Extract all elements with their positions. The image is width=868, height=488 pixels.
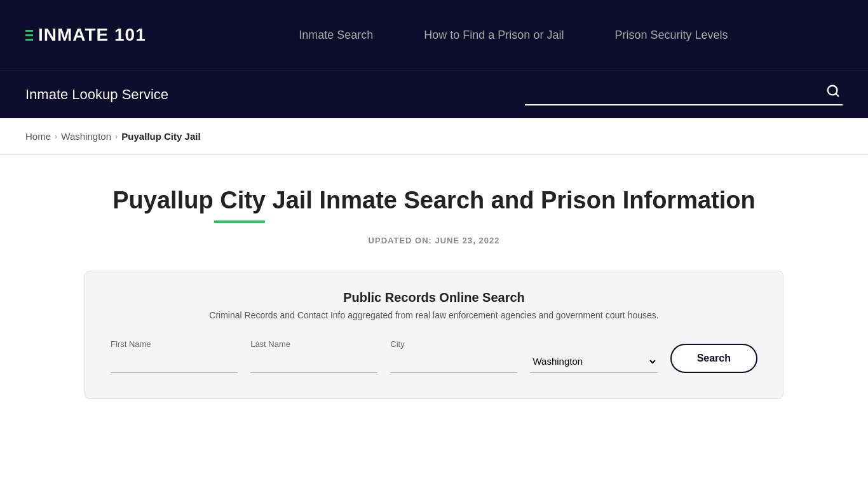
search-form-title: Public Records Online Search — [111, 290, 757, 305]
breadcrumb-state[interactable]: Washington — [61, 131, 111, 142]
lookup-search-input[interactable] — [525, 83, 824, 102]
breadcrumb: Home › Washington › Puyallup City Jail — [0, 118, 868, 155]
logo[interactable]: INMATE 101 — [25, 25, 146, 45]
first-name-label: First Name — [111, 339, 238, 349]
first-name-input[interactable] — [111, 351, 238, 373]
breadcrumb-sep-1: › — [55, 132, 57, 141]
last-name-group: Last Name — [250, 339, 377, 373]
breadcrumb-current: Puyallup City Jail — [121, 131, 200, 142]
main-content: Puyallup City Jail Inmate Search and Pri… — [0, 155, 868, 424]
search-icon — [826, 84, 840, 98]
first-name-group: First Name — [111, 339, 238, 373]
breadcrumb-home[interactable]: Home — [25, 131, 51, 142]
state-group: AlabamaAlaskaArizonaArkansasCaliforniaCo… — [530, 350, 657, 373]
breadcrumb-sep-2: › — [115, 132, 118, 141]
title-underline — [214, 220, 265, 223]
city-group: City — [390, 339, 517, 373]
public-records-search-box: Public Records Online Search Criminal Re… — [85, 271, 783, 399]
search-banner: Inmate Lookup Service — [0, 70, 868, 118]
top-nav: INMATE 101 Inmate Search How to Find a P… — [0, 0, 868, 70]
search-form-desc: Criminal Records and Contact Info aggreg… — [111, 310, 757, 320]
nav-inmate-search[interactable]: Inmate Search — [299, 29, 373, 42]
search-button[interactable]: Search — [670, 344, 757, 373]
nav-how-to-find[interactable]: How to Find a Prison or Jail — [424, 29, 564, 42]
nav-links: Inmate Search How to Find a Prison or Ja… — [299, 29, 728, 42]
logo-icon — [25, 30, 33, 41]
svg-line-1 — [836, 93, 838, 96]
city-input[interactable] — [390, 351, 517, 373]
last-name-input[interactable] — [250, 351, 377, 373]
updated-date: UPDATED ON: JUNE 23, 2022 — [25, 236, 843, 245]
nav-security-levels[interactable]: Prison Security Levels — [614, 29, 728, 42]
search-service-label: Inmate Lookup Service — [25, 86, 168, 103]
lookup-search-button[interactable] — [824, 84, 843, 102]
state-select[interactable]: AlabamaAlaskaArizonaArkansasCaliforniaCo… — [530, 350, 657, 373]
city-label: City — [390, 339, 517, 349]
brand-name: INMATE 101 — [38, 25, 146, 45]
search-fields: First Name Last Name City AlabamaAlaskaA… — [111, 339, 757, 373]
page-title: Puyallup City Jail Inmate Search and Pri… — [25, 187, 843, 214]
lookup-search-container — [525, 83, 843, 105]
last-name-label: Last Name — [250, 339, 377, 349]
